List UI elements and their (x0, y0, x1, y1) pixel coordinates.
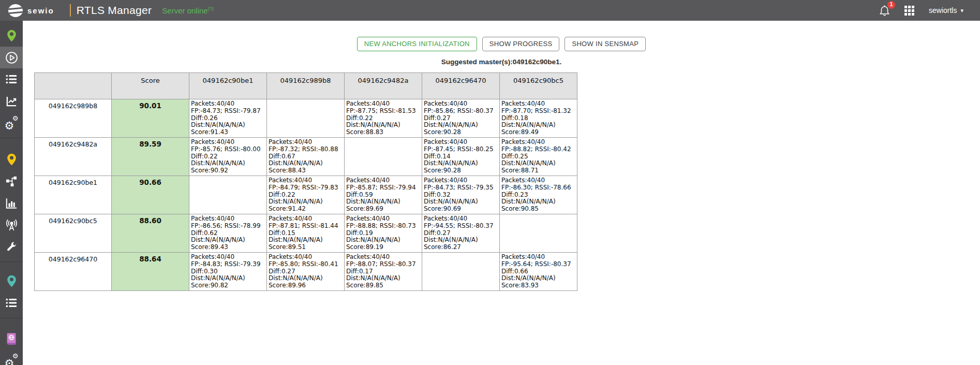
measurement-line: Dist:N/A(N/A/N/A) (424, 198, 499, 206)
column-header-Score: Score (112, 73, 189, 99)
measurement-line: Diff:0.14 (424, 153, 499, 160)
row-score: 90.66 (112, 176, 189, 214)
column-header-049162c90bc5: 049162c90bc5 (500, 73, 577, 99)
apps-grid-button[interactable] (904, 6, 914, 16)
measurement-line: FP:-86.56; RSSI:-78.99 (191, 223, 266, 230)
measurement-line: Dist:N/A(N/A/N/A) (424, 122, 499, 129)
measurement-line: Packets:40/40 (191, 215, 266, 223)
column-header-049162c9482a: 049162c9482a (345, 73, 422, 99)
measurement-line: Packets:40/40 (191, 139, 266, 146)
gears-icon: ⚙⚙ (5, 116, 19, 129)
show-in-sensmap-button[interactable]: SHOW IN SENSMAP (565, 37, 646, 51)
measurement-line: Score:88.71 (501, 167, 577, 174)
measurement-line: Diff:0.15 (269, 230, 344, 237)
column-header-049162c90be1: 049162c90be1 (189, 73, 267, 99)
suggested-master-text: Suggested master(s):049162c90be1. (23, 58, 980, 66)
measurement-line: Diff:0.19 (346, 230, 422, 237)
measurement-line: FP:-84.73; RSSI:-79.87 (191, 108, 266, 115)
measurement-line: Packets:40/40 (424, 139, 499, 146)
measurement-line: Dist:N/A(N/A/N/A) (424, 237, 499, 244)
sidebar-item-tools[interactable] (0, 236, 23, 257)
measurement-line: Packets:40/40 (501, 254, 577, 261)
measurement-line: FP:-86.30; RSSI:-78.66 (501, 184, 577, 192)
sidebar-item-events-list[interactable] (0, 292, 23, 314)
measurement-cell: Packets:40/40FP:-87.32; RSSI:-80.88Diff:… (267, 138, 345, 176)
measurement-line: Score:89.69 (346, 206, 422, 213)
sidebar-item-sensmap[interactable] (0, 270, 23, 292)
sidebar-item-feeds-list[interactable] (0, 68, 23, 90)
measurement-line: Score:89.96 (269, 282, 344, 289)
row-anchor-id: 049162c989b8 (35, 99, 112, 138)
sidebar-item-charts[interactable] (0, 90, 23, 112)
column-header-empty (35, 73, 112, 99)
measurement-line: Score:90.92 (191, 167, 266, 174)
measurement-line: Dist:N/A(N/A/N/A) (269, 237, 344, 244)
notification-count-badge: 1 (887, 1, 895, 9)
measurement-line: FP:-95.64; RSSI:-80.37 (501, 261, 577, 268)
sidebar-item-anchors[interactable] (0, 25, 23, 47)
measurement-line: Dist:N/A(N/A/N/A) (191, 275, 266, 282)
row-score: 89.59 (112, 138, 189, 176)
location-pin-icon (6, 153, 17, 166)
show-progress-button[interactable]: SHOW PROGRESS (482, 37, 560, 51)
measurement-line: FP:-87.81; RSSI:-81.44 (269, 223, 344, 230)
measurement-line: Dist:N/A(N/A/N/A) (424, 160, 499, 167)
user-menu[interactable]: sewiortls ▾ (929, 6, 963, 14)
measurement-line: Packets:40/40 (269, 177, 344, 184)
measurement-line: Dist:N/A(N/A/N/A) (269, 275, 344, 282)
measurement-line: Diff:0.27 (269, 268, 344, 275)
measurement-line: Packets:40/40 (424, 177, 499, 184)
measurement-line: Score:89.19 (346, 244, 422, 251)
sidebar-item-statistics[interactable] (0, 192, 23, 214)
sidebar-item-documentation[interactable] (0, 328, 23, 349)
bar-chart-icon (6, 198, 17, 209)
measurement-line: Packets:40/40 (269, 215, 344, 223)
measurement-line: FP:-84.79; RSSI:-79.83 (269, 184, 344, 192)
measurement-line: Diff:0.59 (346, 192, 422, 199)
new-anchors-initialization-button[interactable]: NEW ANCHORS INITIALIZATION (357, 37, 477, 51)
measurement-line: Dist:N/A(N/A/N/A) (346, 275, 422, 282)
measurement-cell: Packets:40/40FP:-86.30; RSSI:-78.66Diff:… (500, 176, 577, 214)
location-pin-icon (6, 274, 17, 288)
measurement-line: Packets:40/40 (424, 100, 499, 108)
sidebar-item-network-topology[interactable] (0, 170, 23, 192)
measurement-line: Packets:40/40 (346, 100, 422, 108)
measurement-cell: Packets:40/40FP:-84.79; RSSI:-79.83Diff:… (267, 176, 345, 214)
measurement-line: Score:89.43 (191, 244, 266, 251)
measurement-line: Packets:40/40 (501, 177, 577, 184)
measurement-line: FP:-84.83; RSSI:-79.39 (191, 261, 266, 268)
table-row-049162c9482a: 049162c9482a89.59Packets:40/40FP:-85.76;… (35, 138, 577, 176)
sidebar-item-settings[interactable]: ⚙⚙ (0, 112, 23, 134)
sidebar-item-tags[interactable] (0, 149, 23, 170)
measurement-cell: Packets:40/40FP:-87.81; RSSI:-81.44Diff:… (267, 214, 345, 253)
row-anchor-id: 049162c90bc5 (35, 214, 112, 253)
sidebar-item-anchor-initialization[interactable] (0, 47, 23, 68)
measurement-line: FP:-88.82; RSSI:-80.42 (501, 146, 577, 153)
measurement-line: Dist:N/A(N/A/N/A) (269, 160, 344, 167)
measurement-cell: Packets:40/40FP:-85.87; RSSI:-79.94Diff:… (345, 176, 422, 214)
notifications-button[interactable]: 1 (879, 5, 890, 17)
sidebar-item-system-settings[interactable]: ⚙⚙ (0, 349, 23, 365)
table-row-049162c90bc5: 049162c90bc588.60Packets:40/40FP:-86.56;… (35, 214, 577, 253)
empty-diagonal-cell (500, 214, 577, 253)
row-score: 88.60 (112, 214, 189, 253)
measurement-line: Dist:N/A(N/A/N/A) (346, 237, 422, 244)
column-header-049162c989b8: 049162c989b8 (267, 73, 345, 99)
measurement-cell: Packets:40/40FP:-84.83; RSSI:-79.39Diff:… (189, 253, 267, 291)
measurement-line: Score:91.42 (269, 206, 344, 213)
measurement-line: Diff:0.67 (269, 153, 344, 160)
measurement-line: Packets:40/40 (191, 100, 266, 108)
server-status-help[interactable]: (?) (208, 6, 214, 11)
measurement-cell: Packets:40/40FP:-87.45; RSSI:-80.25Diff:… (422, 138, 500, 176)
measurement-line: Score:90.28 (424, 129, 499, 136)
sidebar-separator (0, 138, 23, 138)
list-icon (6, 74, 17, 84)
sidebar-item-rf-spectrum[interactable] (0, 214, 23, 236)
measurement-line: Diff:0.22 (269, 192, 344, 199)
measurement-line: Dist:N/A(N/A/N/A) (191, 122, 266, 129)
sidebar-separator (0, 318, 23, 318)
measurement-line: Diff:0.22 (346, 115, 422, 122)
measurement-line: Dist:N/A(N/A/N/A) (501, 275, 577, 282)
measurement-line: Diff:0.62 (191, 230, 266, 237)
measurement-cell: Packets:40/40FP:-85.86; RSSI:-80.37Diff:… (422, 99, 500, 138)
